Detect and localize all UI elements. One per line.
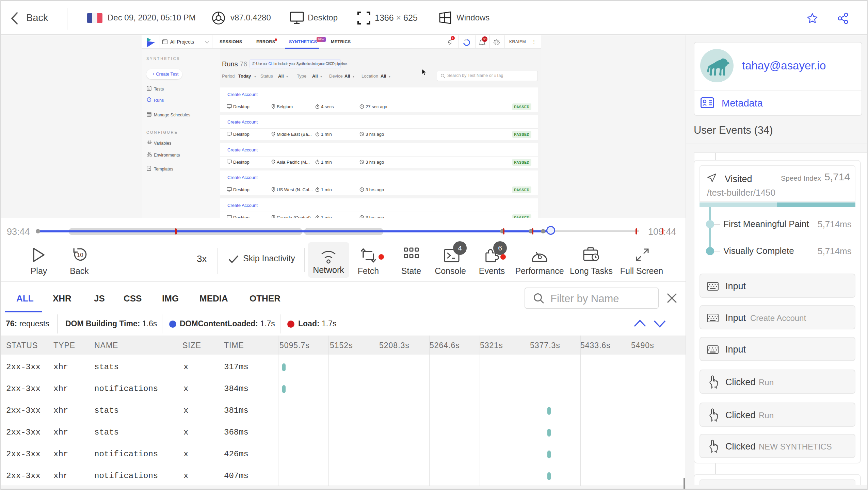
svg-text:10: 10 bbox=[77, 252, 83, 258]
